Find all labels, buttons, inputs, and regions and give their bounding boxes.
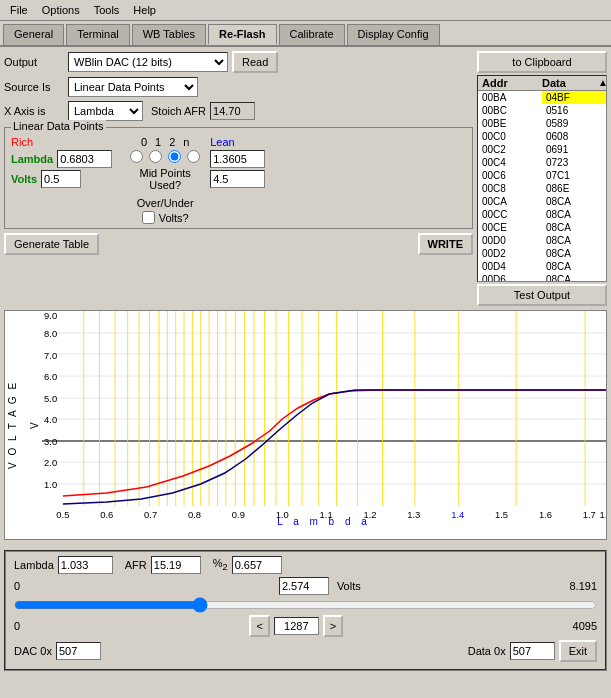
radio-1[interactable] bbox=[149, 150, 162, 163]
tab-general[interactable]: General bbox=[3, 24, 64, 45]
main-area: Output WBlin DAC (12 bits) WBlin DAC (8 … bbox=[0, 47, 611, 548]
xaxis-row: X Axis is Lambda AFR Stoich AFR bbox=[4, 101, 473, 121]
addr-cell: 00BA bbox=[478, 91, 542, 104]
data-cell: 0723 bbox=[542, 156, 606, 169]
volts-rich-input[interactable] bbox=[41, 170, 81, 188]
addr-cell: 00CE bbox=[478, 221, 542, 234]
zero-left-label: 0 bbox=[14, 580, 20, 592]
table-row: 00C8086E bbox=[478, 182, 606, 195]
menu-file[interactable]: File bbox=[4, 2, 34, 18]
table-row: 00CE08CA bbox=[478, 221, 606, 234]
data-col-header: Data bbox=[538, 76, 594, 90]
source-select[interactable]: Linear Data Points Table bbox=[68, 77, 198, 97]
data-cell: 0608 bbox=[542, 130, 606, 143]
main-slider[interactable] bbox=[14, 598, 597, 612]
svg-text:1.7: 1.7 bbox=[583, 510, 596, 520]
addr-cell: 00CA bbox=[478, 195, 542, 208]
exit-button[interactable]: Exit bbox=[559, 640, 597, 662]
next-button[interactable]: > bbox=[323, 615, 343, 637]
addr-cell: 00D6 bbox=[478, 273, 542, 281]
data-input[interactable] bbox=[510, 642, 555, 660]
radio-n[interactable] bbox=[187, 150, 200, 163]
table-row: 00CC08CA bbox=[478, 208, 606, 221]
svg-text:6.0: 6.0 bbox=[44, 372, 57, 382]
radio-mid-section: 0 1 2 n Mid PointsUsed? bbox=[130, 136, 200, 224]
table-header: Addr Data ▲ bbox=[478, 76, 606, 91]
stoich-input[interactable] bbox=[210, 102, 255, 120]
svg-text:7.0: 7.0 bbox=[44, 351, 57, 361]
tab-calibrate[interactable]: Calibrate bbox=[279, 24, 345, 45]
lambda-rich-input[interactable] bbox=[57, 150, 112, 168]
afr-status-input[interactable] bbox=[151, 556, 201, 574]
addr-cell: 00D4 bbox=[478, 260, 542, 273]
source-row: Source Is Linear Data Points Table bbox=[4, 77, 473, 97]
scroll-up[interactable]: ▲ bbox=[594, 76, 606, 90]
table-row: 00BA04BF bbox=[478, 91, 606, 104]
dac-label: DAC 0x bbox=[14, 645, 52, 657]
svg-text:0.5: 0.5 bbox=[56, 510, 69, 520]
chart-area: V O L T A G EV 1.0 bbox=[4, 310, 607, 540]
y-axis-label: V O L T A G EV bbox=[5, 311, 42, 539]
tab-terminal[interactable]: Terminal bbox=[66, 24, 130, 45]
data-cell: 08CA bbox=[542, 208, 606, 221]
x-axis-label: L a m b d a bbox=[42, 516, 606, 527]
addr-cell: 00D2 bbox=[478, 247, 542, 260]
svg-text:1.6: 1.6 bbox=[539, 510, 552, 520]
lambda-status-input[interactable] bbox=[58, 556, 113, 574]
slider-max-label: 4095 bbox=[573, 620, 597, 632]
volts-label: Volts bbox=[11, 173, 37, 185]
chart-inner: 1.0 2.0 3.0 4.0 5.0 6.0 7.0 8.0 9.0 bbox=[42, 311, 606, 539]
svg-text:5.0: 5.0 bbox=[44, 394, 57, 404]
addr-cell: 00C4 bbox=[478, 156, 542, 169]
percent-input[interactable] bbox=[232, 556, 282, 574]
addr-cell: 00BC bbox=[478, 104, 542, 117]
radio-group bbox=[130, 150, 200, 163]
menu-options[interactable]: Options bbox=[36, 2, 86, 18]
volts-lean-input[interactable] bbox=[210, 170, 265, 188]
rich-label: Rich bbox=[11, 136, 112, 148]
addr-cell: 00C2 bbox=[478, 143, 542, 156]
dac-input[interactable] bbox=[56, 642, 101, 660]
table-row: 00D408CA bbox=[478, 260, 606, 273]
status-row-3 bbox=[14, 598, 597, 612]
clipboard-button[interactable]: to Clipboard bbox=[477, 51, 607, 73]
status-row-2: 0 Volts 8.191 bbox=[14, 577, 597, 595]
data-cell: 0589 bbox=[542, 117, 606, 130]
read-button[interactable]: Read bbox=[232, 51, 278, 73]
chart-svg: 1.0 2.0 3.0 4.0 5.0 6.0 7.0 8.0 9.0 bbox=[42, 311, 606, 521]
svg-text:0.7: 0.7 bbox=[144, 510, 157, 520]
data-cell: 07C1 bbox=[542, 169, 606, 182]
xaxis-label: X Axis is bbox=[4, 105, 64, 117]
svg-text:2.0: 2.0 bbox=[44, 458, 57, 468]
right-values: Lean bbox=[210, 136, 265, 188]
test-output-button[interactable]: Test Output bbox=[477, 284, 607, 306]
prev-button[interactable]: < bbox=[249, 615, 269, 637]
menu-tools[interactable]: Tools bbox=[88, 2, 126, 18]
data-label: Data 0x bbox=[468, 645, 506, 657]
table-row: 00BC0516 bbox=[478, 104, 606, 117]
tab-wb-tables[interactable]: WB Tables bbox=[132, 24, 206, 45]
svg-text:3.0: 3.0 bbox=[44, 437, 57, 447]
tab-display-config[interactable]: Display Config bbox=[347, 24, 440, 45]
slider-value-input[interactable] bbox=[274, 617, 319, 635]
radio-0[interactable] bbox=[130, 150, 143, 163]
volts-status-input[interactable] bbox=[279, 577, 329, 595]
lambda-lean-input[interactable] bbox=[210, 150, 265, 168]
tab-re-flash[interactable]: Re-Flash bbox=[208, 24, 276, 45]
svg-text:1.0: 1.0 bbox=[44, 480, 57, 490]
left-values: Rich Lambda Volts bbox=[11, 136, 112, 188]
generate-table-button[interactable]: Generate Table bbox=[4, 233, 99, 255]
data-cell: 086E bbox=[542, 182, 606, 195]
svg-text:1.3: 1.3 bbox=[407, 510, 420, 520]
lambda-label: Lambda bbox=[11, 153, 53, 165]
menu-help[interactable]: Help bbox=[127, 2, 162, 18]
write-button[interactable]: WRITE bbox=[418, 233, 473, 255]
radio-2[interactable] bbox=[168, 150, 181, 163]
over-under-checkbox[interactable] bbox=[142, 211, 155, 224]
output-select[interactable]: WBlin DAC (12 bits) WBlin DAC (8 bits) bbox=[68, 52, 228, 72]
xaxis-select[interactable]: Lambda AFR bbox=[68, 101, 143, 121]
radio-labels: 0 1 2 n bbox=[141, 136, 190, 148]
data-cell: 08CA bbox=[542, 273, 606, 281]
table-row: 00D608CA bbox=[478, 273, 606, 281]
table-row: 00CA08CA bbox=[478, 195, 606, 208]
